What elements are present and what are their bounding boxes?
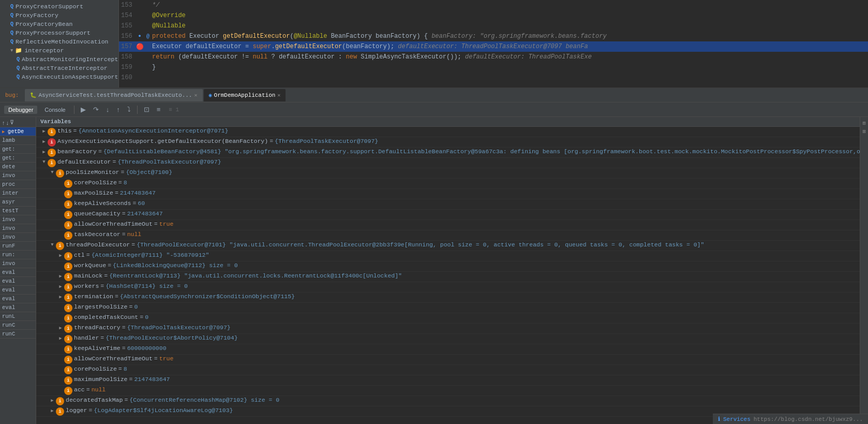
- frame-item-runl[interactable]: runL: [0, 312, 36, 321]
- services-label[interactable]: Services: [723, 416, 751, 422]
- var-beanfactory[interactable]: ▶ i beanFactory = {DefaultListableBeanFa…: [36, 148, 860, 158]
- var-acc[interactable]: i acc = null: [36, 386, 860, 396]
- frame-item-inter[interactable]: inter: [0, 189, 36, 198]
- var-largestpoolsize[interactable]: i largestPoolSize = 0: [36, 303, 860, 313]
- tree-item-abstract-monitoring[interactable]: Q AbstractMonitoringInterceptor: [0, 55, 118, 64]
- console-tab[interactable]: Console: [40, 106, 69, 114]
- code-line-156: 156 ● @ protected Executor getDefaultExe…: [119, 31, 868, 41]
- var-allowcorethreadtimeout2[interactable]: i allowCoreThreadTimeOut = true: [36, 355, 860, 365]
- frame-nav-up[interactable]: ↑: [2, 120, 5, 126]
- toggle-this[interactable]: ▶: [40, 127, 48, 134]
- settings-button[interactable]: ≡: [155, 105, 163, 114]
- frame-item-proc[interactable]: proc: [0, 180, 36, 189]
- var-this[interactable]: ▶ i this = {AnnotationAsyncExecutionInte…: [36, 127, 860, 137]
- bug-icon: 🐛: [30, 92, 36, 98]
- frame-item-getde[interactable]: ▶ getDe: [0, 127, 36, 136]
- frame-item-runc1[interactable]: runC: [0, 321, 36, 330]
- toggle-mainlock[interactable]: ▶: [57, 272, 64, 279]
- toggle-ctl[interactable]: ▶: [57, 252, 64, 258]
- frame-item-runf[interactable]: runF: [0, 242, 36, 251]
- toggle-decoratedtaskmap[interactable]: ▶: [49, 397, 56, 403]
- toggle-threadfactory[interactable]: ▶: [57, 324, 64, 331]
- frame-item-eval2[interactable]: eval: [0, 277, 36, 286]
- tree-item-reflective[interactable]: Q ReflectiveMethodInvocation: [0, 37, 118, 46]
- step-into-button[interactable]: ↓: [104, 105, 112, 114]
- frame-item-testt[interactable]: testT: [0, 207, 36, 215]
- frame-item-eval3[interactable]: eval: [0, 286, 36, 295]
- var-keepaliveseconds[interactable]: i keepAliveSeconds = 60: [36, 199, 860, 210]
- tab-async-service[interactable]: 🐛 AsyncServiceTest.testThreadPoolTaskExe…: [25, 89, 202, 101]
- frame-item-eval4[interactable]: eval: [0, 295, 36, 303]
- toggle-workers[interactable]: ▶: [57, 283, 64, 289]
- frame-item-invo2[interactable]: invo: [0, 215, 36, 224]
- frames-button[interactable]: ⊡: [142, 105, 152, 114]
- icon-maximumpoolsize: i: [64, 376, 72, 385]
- var-maximumpoolsize[interactable]: i maximumPoolSize = 2147483647: [36, 375, 860, 386]
- frame-item-invo5[interactable]: invo: [0, 259, 36, 268]
- var-workqueue[interactable]: i workQueue = {LinkedBlockingQueue@7112}…: [36, 261, 860, 272]
- toggle-handler[interactable]: ▶: [57, 334, 64, 341]
- tab-orm-demo[interactable]: ◉ OrmDemoApplication ✕: [204, 89, 286, 101]
- frame-item-eval5[interactable]: eval: [0, 303, 36, 312]
- filter-button[interactable]: ⊽: [10, 119, 14, 126]
- var-termination[interactable]: ▶ i termination = {AbstractQueuedSynchro…: [36, 293, 860, 303]
- tree-item-proxycreator[interactable]: Q ProxyCreatorSupport: [0, 2, 118, 11]
- frame-item-eval1[interactable]: eval: [0, 268, 36, 277]
- code-area: Q ProxyCreatorSupport Q ProxyFactory Q P…: [0, 0, 868, 88]
- frame-item-invo3[interactable]: invo: [0, 224, 36, 233]
- var-decoratedtaskmap[interactable]: ▶ i decoratedTaskMap = {ConcurrentRefere…: [36, 396, 860, 406]
- var-keepalivetime[interactable]: i keepAliveTime = 60000000000: [36, 344, 860, 355]
- toggle-beanfactory[interactable]: ▶: [40, 148, 48, 155]
- toggle-defaultexecutor[interactable]: ▼: [40, 158, 48, 165]
- tree-item-proxyfactorybean[interactable]: Q ProxyFactoryBean: [0, 20, 118, 28]
- toggle-threadpoolexecutor[interactable]: ▼: [49, 241, 56, 247]
- step-out-button[interactable]: ↑: [114, 105, 122, 114]
- close-orm-tab[interactable]: ✕: [277, 92, 280, 98]
- frame-item-get2[interactable]: get:: [0, 154, 36, 163]
- frame-item-invo4[interactable]: invo: [0, 233, 36, 242]
- toggle-logger[interactable]: ▶: [49, 407, 56, 414]
- tree-item-interceptor-folder[interactable]: ▼ 📁 interceptor: [0, 46, 118, 55]
- var-corepoolsize[interactable]: i corePoolSize = 8: [36, 179, 860, 189]
- icon-allowcorethreadtimeout2: i: [64, 356, 72, 364]
- toggle-termination[interactable]: ▶: [57, 293, 64, 300]
- frame-item-dete[interactable]: dete: [0, 163, 36, 171]
- code-editor: 153 */ 154 @Override 155 @Nullable 156 ●…: [119, 0, 868, 87]
- var-completedtaskcount[interactable]: i completedTaskCount = 0: [36, 313, 860, 324]
- close-async-tab[interactable]: ✕: [194, 92, 197, 98]
- var-threadpoolexecutor[interactable]: ▼ i threadPoolExecutor = {ThreadPoolExec…: [36, 241, 860, 251]
- frame-item-invo1[interactable]: invo: [0, 171, 36, 180]
- step-over-button[interactable]: ↷: [91, 105, 101, 114]
- tree-item-proxyfactory[interactable]: Q ProxyFactory: [0, 11, 118, 20]
- var-threadfactory[interactable]: ▶ i threadFactory = {ThreadPoolTaskExecu…: [36, 324, 860, 334]
- var-allowcorethreadtimeout[interactable]: i allowCoreThreadTimeOut = true: [36, 220, 860, 230]
- tree-item-proxyprocessor[interactable]: Q ProxyProcessorSupport: [0, 28, 118, 37]
- frame-nav-down[interactable]: ↓: [6, 120, 9, 126]
- debugger-tab[interactable]: Debugger: [4, 106, 37, 114]
- var-defaultexecutor[interactable]: ▼ i defaultExecutor = {ThreadPoolTaskExe…: [36, 158, 860, 168]
- right-panel-icon-1: ⊞: [862, 120, 865, 126]
- var-corepoolsize2[interactable]: i corePoolSize = 8: [36, 365, 860, 375]
- var-async-exec[interactable]: ▶ i AsyncExecutionAspectSupport.getDefau…: [36, 137, 860, 148]
- toggle-poolsizemonitor[interactable]: ▼: [49, 169, 56, 175]
- frame-item-get1[interactable]: get:: [0, 145, 36, 154]
- tree-item-abstract-trace[interactable]: Q AbstractTraceInterceptor: [0, 64, 118, 72]
- toggle-async-exec[interactable]: ▶: [40, 138, 48, 144]
- frame-item-asyr[interactable]: asyr: [0, 198, 36, 207]
- var-queuecapacity[interactable]: i queueCapacity = 2147483647: [36, 210, 860, 220]
- frame-item-lamb[interactable]: lamb: [0, 136, 36, 145]
- tree-item-async-execution[interactable]: Q AsyncExecutionAspectSupport: [0, 72, 118, 81]
- var-maxpoolsize[interactable]: i maxPoolSize = 2147483647: [36, 189, 860, 199]
- icon-threadpoolexecutor: i: [56, 242, 64, 250]
- status-bar: ℹ Services https://blog.csdn.net/bjuwxz9…: [713, 414, 868, 424]
- frame-item-runc2[interactable]: runC: [0, 330, 36, 339]
- var-handler[interactable]: ▶ i handler = {ThreadPoolExecutor$AbortP…: [36, 334, 860, 344]
- var-workers[interactable]: ▶ i workers = {HashSet@7114} size = 0: [36, 282, 860, 293]
- var-poolsizemonitor[interactable]: ▼ i poolSizeMonitor = {Object@7100}: [36, 168, 860, 179]
- resume-button[interactable]: ▶: [79, 105, 88, 114]
- var-mainlock[interactable]: ▶ i mainLock = {ReentrantLock@7113} "jav…: [36, 272, 860, 282]
- frame-item-run[interactable]: run:: [0, 251, 36, 259]
- var-ctl[interactable]: ▶ i ctl = {AtomicInteger@7111} "-5368709…: [36, 251, 860, 261]
- var-taskdecorator[interactable]: i taskDecorator = null: [36, 230, 860, 241]
- run-to-cursor-button[interactable]: ⤵: [125, 105, 133, 114]
